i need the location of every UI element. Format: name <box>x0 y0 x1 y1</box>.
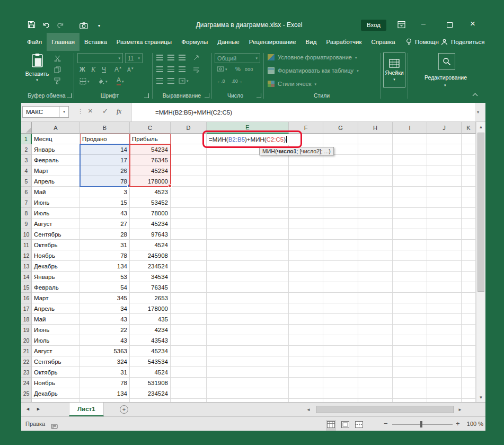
cell-G3[interactable] <box>323 155 358 165</box>
row-header-21[interactable]: 21 <box>21 346 32 356</box>
cell-C13[interactable]: 234524 <box>130 261 171 272</box>
cell-K15[interactable] <box>462 282 476 293</box>
cell-K10[interactable] <box>462 229 476 240</box>
cell-F14[interactable] <box>289 272 323 282</box>
tab-Данные[interactable]: Данные <box>213 33 244 51</box>
cell-C25[interactable]: 234524 <box>130 388 171 399</box>
cell-B22[interactable]: 324 <box>80 356 130 367</box>
cell-E22[interactable] <box>207 356 289 367</box>
column-header-I[interactable]: I <box>393 122 427 134</box>
cell-E4[interactable] <box>207 165 289 176</box>
cell-I5[interactable] <box>393 176 427 187</box>
cell-C19[interactable]: 4234 <box>130 325 171 335</box>
column-header-C[interactable]: C <box>130 122 171 134</box>
cell-D4[interactable] <box>171 165 207 176</box>
cell-A5[interactable]: Апрель <box>32 176 80 187</box>
row-header-2[interactable]: 2 <box>21 144 32 155</box>
row-header-24[interactable]: 24 <box>21 378 32 388</box>
conditional-formatting-button[interactable]: Условное форматирование▾ <box>268 54 357 60</box>
horizontal-scroll-thumb[interactable] <box>316 406 454 413</box>
fill-color-button[interactable]: ▾ <box>98 78 108 85</box>
cell-J12[interactable] <box>427 250 462 261</box>
row-header-18[interactable]: 18 <box>21 314 32 325</box>
cell-C17[interactable]: 178000 <box>130 303 171 314</box>
cell-E14[interactable] <box>207 272 289 282</box>
cell-E24[interactable] <box>207 378 289 388</box>
cell-A6[interactable]: Май <box>32 187 80 197</box>
column-header-B[interactable]: B <box>80 122 130 134</box>
cell-K14[interactable] <box>462 272 476 282</box>
cell-E17[interactable] <box>207 303 289 314</box>
cut-button[interactable] <box>54 55 61 64</box>
cell-C10[interactable]: 97643 <box>130 229 171 240</box>
cell-B21[interactable]: 5363 <box>80 346 130 356</box>
cell-G23[interactable] <box>323 367 358 378</box>
sheet-nav-left-icon[interactable]: ◄ <box>25 406 30 412</box>
cell-I4[interactable] <box>393 165 427 176</box>
zoom-out-icon[interactable]: − <box>384 420 388 427</box>
cell-H13[interactable] <box>358 261 393 272</box>
cell-F5[interactable] <box>289 176 323 187</box>
cell-J16[interactable] <box>427 293 462 303</box>
row-header-23[interactable]: 23 <box>21 367 32 378</box>
assistant-button[interactable]: Помощн <box>406 33 439 51</box>
cell-A9[interactable]: Август <box>32 219 80 229</box>
normal-view-button[interactable] <box>326 420 336 431</box>
cell-C18[interactable]: 435 <box>130 314 171 325</box>
cell-C12[interactable]: 245908 <box>130 250 171 261</box>
cell-I25[interactable] <box>393 388 427 399</box>
tab-Разметка страницы[interactable]: Разметка страницы <box>112 33 176 51</box>
cell-J23[interactable] <box>427 367 462 378</box>
undo-button[interactable] <box>42 21 50 31</box>
cell-K22[interactable] <box>462 356 476 367</box>
cell-I22[interactable] <box>393 356 427 367</box>
cancel-button[interactable]: × <box>88 106 93 115</box>
cell-H12[interactable] <box>358 250 393 261</box>
cell-K23[interactable] <box>462 367 476 378</box>
cell-K21[interactable] <box>462 346 476 356</box>
cell-D21[interactable] <box>171 346 207 356</box>
tab-Разработчик[interactable]: Разработчик <box>321 33 366 51</box>
cell-K18[interactable] <box>462 314 476 325</box>
cell-D19[interactable] <box>171 325 207 335</box>
row-header-9[interactable]: 9 <box>21 219 32 229</box>
cell-B12[interactable]: 78 <box>80 250 130 261</box>
cell-H2[interactable] <box>358 144 393 155</box>
cell-A2[interactable]: Январь <box>32 144 80 155</box>
sign-in-button[interactable]: Вход <box>361 20 386 31</box>
maximize-button[interactable] <box>447 22 453 28</box>
cell-A17[interactable]: Апрель <box>32 303 80 314</box>
cell-F3[interactable] <box>289 155 323 165</box>
cell-G5[interactable] <box>323 176 358 187</box>
cell-B24[interactable]: 78 <box>80 378 130 388</box>
cell-E8[interactable] <box>207 208 289 219</box>
row-header-11[interactable]: 11 <box>21 240 32 250</box>
cell-I9[interactable] <box>393 219 427 229</box>
column-header-E[interactable]: E <box>207 122 289 134</box>
cell-E25[interactable] <box>207 388 289 399</box>
cell-A22[interactable]: Сентябрь <box>32 356 80 367</box>
cell-I3[interactable] <box>393 155 427 165</box>
cell-F15[interactable] <box>289 282 323 293</box>
cell-D12[interactable] <box>171 250 207 261</box>
cell-I1[interactable] <box>393 134 427 144</box>
cell-E13[interactable] <box>207 261 289 272</box>
save-button[interactable] <box>28 21 36 31</box>
cell-I2[interactable] <box>393 144 427 155</box>
cell-E9[interactable] <box>207 219 289 229</box>
cell-B17[interactable]: 34 <box>80 303 130 314</box>
cell-I8[interactable] <box>393 208 427 219</box>
cell-F7[interactable] <box>289 197 323 208</box>
cell-G11[interactable] <box>323 240 358 250</box>
row-header-16[interactable]: 16 <box>21 293 32 303</box>
cell-G16[interactable] <box>323 293 358 303</box>
cell-J21[interactable] <box>427 346 462 356</box>
cell-K1[interactable] <box>462 134 476 144</box>
cell-A14[interactable]: Январь <box>32 272 80 282</box>
cell-K13[interactable] <box>462 261 476 272</box>
cell-F24[interactable] <box>289 378 323 388</box>
cell-D5[interactable] <box>171 176 207 187</box>
cell-I23[interactable] <box>393 367 427 378</box>
cell-C22[interactable]: 543534 <box>130 356 171 367</box>
row-header-25[interactable]: 25 <box>21 388 32 399</box>
